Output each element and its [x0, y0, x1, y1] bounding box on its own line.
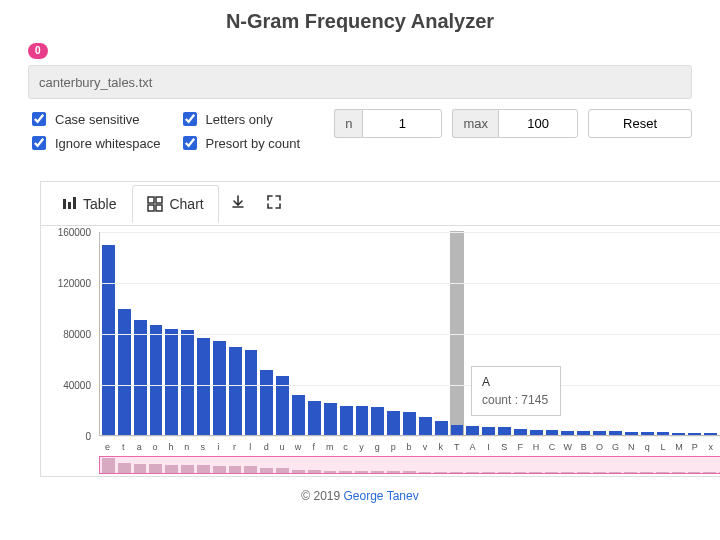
grid-line — [100, 436, 720, 437]
x-tick-label: n — [180, 442, 193, 452]
n-input[interactable] — [362, 109, 442, 138]
overview-bar — [371, 471, 384, 473]
bar[interactable] — [340, 406, 353, 435]
checkbox-ignore-whitespace-input[interactable] — [32, 136, 46, 150]
filename-input[interactable] — [28, 65, 692, 99]
bar[interactable] — [324, 403, 337, 435]
x-tick-label: g — [371, 442, 384, 452]
overview-bar — [276, 468, 289, 473]
bar[interactable] — [150, 325, 163, 435]
bar-hovered[interactable] — [451, 425, 464, 435]
x-tick-label: F — [514, 442, 527, 452]
bar[interactable] — [165, 329, 178, 435]
checkbox-presort-input[interactable] — [183, 136, 197, 150]
footer-text: © 2019 — [301, 489, 343, 503]
y-tick-label: 120000 — [58, 278, 91, 289]
bar[interactable] — [419, 417, 432, 435]
bar[interactable] — [260, 370, 273, 435]
checkbox-label: Case sensitive — [55, 112, 140, 127]
tab-table[interactable]: Table — [47, 186, 130, 222]
bar[interactable] — [641, 432, 654, 435]
table-icon — [61, 196, 77, 212]
svg-rect-5 — [148, 205, 154, 211]
download-icon[interactable] — [221, 185, 255, 222]
x-tick-label: h — [165, 442, 178, 452]
checkbox-case-sensitive[interactable]: Case sensitive — [28, 109, 161, 129]
overview-strip[interactable] — [99, 456, 720, 474]
chart-panel: Table Chart 04000080000120000160000 etao… — [40, 181, 720, 477]
overview-bar — [419, 472, 432, 473]
bar[interactable] — [181, 330, 194, 435]
bar[interactable] — [546, 430, 559, 435]
bar[interactable] — [514, 429, 527, 435]
overview-bar — [118, 463, 131, 473]
checkbox-case-sensitive-input[interactable] — [32, 112, 46, 126]
expand-icon[interactable] — [257, 185, 291, 222]
checkbox-label: Letters only — [206, 112, 273, 127]
x-tick-label: T — [450, 442, 463, 452]
overview-bar — [561, 472, 574, 473]
x-tick-label: i — [212, 442, 225, 452]
svg-rect-1 — [68, 202, 71, 209]
overview-bar — [339, 471, 352, 473]
bar[interactable] — [387, 411, 400, 435]
overview-bar — [624, 472, 637, 473]
overview-bar — [229, 466, 242, 473]
bar[interactable] — [466, 426, 479, 435]
bar[interactable] — [197, 338, 210, 435]
footer: © 2019 George Tanev — [0, 489, 720, 503]
bar[interactable] — [292, 395, 305, 435]
bar[interactable] — [403, 412, 416, 435]
bar[interactable] — [530, 430, 543, 435]
bar[interactable] — [371, 407, 384, 435]
bar[interactable] — [625, 432, 638, 435]
checkbox-ignore-whitespace[interactable]: Ignore whitespace — [28, 133, 161, 153]
bar[interactable] — [435, 421, 448, 435]
footer-link[interactable]: George Tanev — [344, 489, 419, 503]
bar[interactable] — [577, 431, 590, 435]
bar[interactable] — [657, 432, 670, 435]
x-tick-label: k — [434, 442, 447, 452]
overview-bar — [498, 472, 511, 473]
x-tick-label: C — [546, 442, 559, 452]
bar[interactable] — [609, 431, 622, 435]
x-tick-label: v — [419, 442, 432, 452]
x-tick-label: O — [593, 442, 606, 452]
overview-bar — [514, 472, 527, 473]
svg-rect-2 — [73, 197, 76, 209]
bar[interactable] — [704, 433, 717, 435]
bar[interactable] — [482, 427, 495, 435]
bar[interactable] — [229, 347, 242, 435]
plot[interactable] — [99, 232, 720, 436]
x-tick-label: f — [307, 442, 320, 452]
bar[interactable] — [498, 427, 511, 435]
bar[interactable] — [102, 245, 115, 435]
x-tick-label: p — [387, 442, 400, 452]
tab-chart[interactable]: Chart — [132, 185, 218, 223]
bar[interactable] — [593, 431, 606, 435]
checkbox-letters-only[interactable]: Letters only — [179, 109, 301, 129]
bar[interactable] — [213, 341, 226, 435]
chart-icon — [147, 196, 163, 212]
x-tick-label: l — [244, 442, 257, 452]
tab-label: Chart — [169, 196, 203, 212]
max-input[interactable] — [498, 109, 578, 138]
x-tick-label: o — [149, 442, 162, 452]
bar[interactable] — [688, 433, 701, 435]
y-tick-label: 80000 — [63, 329, 91, 340]
x-tick-label: u — [276, 442, 289, 452]
overview-bar — [434, 472, 447, 473]
bar[interactable] — [561, 431, 574, 435]
bar[interactable] — [118, 309, 131, 435]
reset-button[interactable]: Reset — [588, 109, 692, 138]
checkbox-letters-only-input[interactable] — [183, 112, 197, 126]
bar[interactable] — [672, 433, 685, 435]
bar[interactable] — [308, 401, 321, 435]
overview-bar — [213, 466, 226, 473]
overview-bar — [450, 472, 463, 473]
checkbox-presort[interactable]: Presort by count — [179, 133, 301, 153]
bar[interactable] — [356, 406, 369, 435]
x-tick-label: e — [101, 442, 114, 452]
bar[interactable] — [245, 350, 258, 435]
bar[interactable] — [134, 320, 147, 435]
